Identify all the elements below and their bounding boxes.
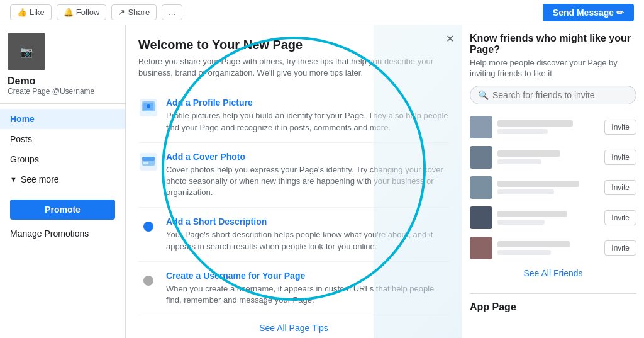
avatar [470, 116, 492, 138]
welcome-subtitle: Before you share your Page with others, … [138, 56, 449, 79]
tip-title[interactable]: Add a Short Description [166, 217, 449, 227]
friend-sub-bar [497, 220, 545, 225]
friend-item: Invite [470, 233, 636, 263]
see-more-label: See more [21, 174, 59, 184]
friend-sub-bar [497, 129, 548, 134]
sidebar-item-posts[interactable]: Posts [0, 129, 125, 149]
friend-sub-bar [497, 159, 541, 164]
search-friends-box[interactable]: 🔍 [470, 86, 636, 104]
svg-point-3 [147, 104, 150, 108]
right-sidebar: Know friends who might like your Page? H… [462, 25, 644, 338]
friend-item: Invite [470, 172, 636, 203]
friend-item: Invite [470, 112, 636, 142]
app-page-section: App Page [470, 293, 636, 313]
tip-description: Your Page's short description helps peop… [166, 229, 449, 252]
friends-subtitle: Help more people discover your Page by i… [470, 58, 636, 79]
profile-section: 📷 Demo Create Page @Username [0, 33, 125, 104]
friend-name-bar [497, 181, 579, 187]
tips-list: Add a Profile Picture Profile pictures h… [138, 89, 449, 315]
avatar [470, 206, 492, 229]
tip-icon-username [138, 271, 158, 291]
friend-name-bar [497, 150, 560, 157]
profile-name: Demo [8, 76, 118, 87]
friend-name-bar [497, 211, 567, 217]
sidebar-item-label: Posts [10, 134, 32, 144]
see-all-tips-link[interactable]: See All Page Tips [138, 315, 449, 338]
follow-icon: 🔔 [64, 8, 74, 17]
search-icon: 🔍 [478, 90, 489, 100]
avatar [470, 146, 492, 169]
avatar: 📷 [8, 33, 45, 70]
welcome-card: ✕ Welcome to Your New Page Before you sh… [126, 25, 462, 338]
friend-info [497, 120, 599, 134]
like-button[interactable]: 👍 Like [10, 4, 52, 20]
tip-icon-profile [138, 98, 158, 118]
left-sidebar: 📷 Demo Create Page @Username Home Posts … [0, 25, 126, 338]
friend-item: Invite [470, 203, 636, 233]
sidebar-item-see-more[interactable]: ▼ See more [0, 169, 125, 189]
tip-content: Add a Profile Picture Profile pictures h… [166, 98, 449, 133]
more-button[interactable]: ... [162, 4, 182, 20]
sidebar-item-groups[interactable]: Groups [0, 149, 125, 169]
friends-section: Know friends who might like your Page? H… [470, 33, 636, 283]
sidebar-item-label: Home [10, 114, 35, 124]
tip-description: Profile pictures help you build an ident… [166, 110, 449, 133]
tip-item: Add a Cover Photo Cover photos help you … [138, 142, 449, 208]
welcome-title: Welcome to Your New Page [138, 38, 449, 52]
svg-rect-6 [142, 157, 155, 161]
share-icon: ↗ [118, 8, 125, 17]
avatar [470, 176, 492, 199]
tip-item: Create a Username for Your Page When you… [138, 261, 449, 315]
tip-icon-cover [138, 152, 158, 172]
camera-icon: 📷 [20, 46, 33, 58]
tip-content: Add a Cover Photo Cover photos help you … [166, 152, 449, 199]
see-all-friends-link[interactable]: See All Friends [470, 263, 636, 283]
sidebar-item-home[interactable]: Home [0, 109, 125, 129]
friends-title: Know friends who might like your Page? [470, 33, 636, 55]
follow-button[interactable]: 🔔 Follow [57, 4, 107, 20]
tip-title[interactable]: Create a Username for Your Page [166, 271, 449, 281]
friend-info [497, 211, 599, 225]
invite-button[interactable]: Invite [604, 180, 636, 195]
invite-button[interactable]: Invite [604, 120, 636, 135]
tip-title[interactable]: Add a Cover Photo [166, 152, 449, 162]
like-icon: 👍 [17, 8, 27, 17]
profile-username: Create Page @Username [8, 87, 118, 96]
manage-promotions-link[interactable]: Manage Promotions [0, 225, 125, 242]
share-button[interactable]: ↗ Share [111, 4, 157, 20]
svg-rect-7 [143, 162, 148, 164]
friend-info [497, 150, 599, 164]
search-friends-input[interactable] [492, 90, 628, 100]
invite-button[interactable]: Invite [604, 150, 636, 165]
app-page-title: App Page [470, 301, 636, 313]
sidebar-item-label: Groups [10, 154, 39, 164]
tip-icon-desc [138, 217, 158, 237]
friend-info [497, 181, 599, 194]
nav-section: Home Posts Groups ▼ See more [0, 104, 125, 194]
chevron-down-icon: ▼ [10, 176, 17, 183]
friend-item: Invite [470, 142, 636, 172]
friend-sub-bar [497, 250, 551, 255]
tip-content: Create a Username for Your Page When you… [166, 271, 449, 306]
send-message-button[interactable]: Send Message ✏ [543, 4, 634, 21]
friend-name-bar [497, 120, 573, 127]
friend-name-bar [497, 241, 570, 247]
center-content: ✕ Welcome to Your New Page Before you sh… [126, 25, 462, 338]
tip-item: Add a Short Description Your Page's shor… [138, 207, 449, 261]
tip-description: When you create a username, it appears i… [166, 283, 449, 306]
tip-item: Add a Profile Picture Profile pictures h… [138, 89, 449, 142]
page-action-bar: 👍 Like 🔔 Follow ↗ Share ... Send Message… [0, 0, 644, 25]
avatar [470, 237, 492, 259]
promote-button[interactable]: Promote [10, 200, 115, 220]
invite-button[interactable]: Invite [604, 240, 636, 256]
tip-content: Add a Short Description Your Page's shor… [166, 217, 449, 252]
friend-info [497, 241, 599, 255]
tip-description: Cover photos help you express your Page'… [166, 164, 449, 199]
friend-sub-bar [497, 189, 554, 194]
tip-title[interactable]: Add a Profile Picture [166, 98, 449, 108]
invite-button[interactable]: Invite [604, 210, 636, 225]
close-button[interactable]: ✕ [446, 33, 454, 45]
